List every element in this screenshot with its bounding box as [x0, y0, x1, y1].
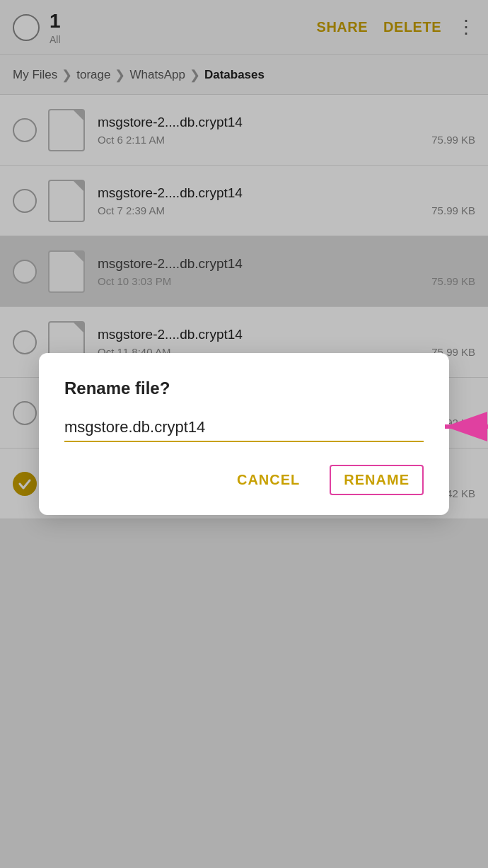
- rename-button[interactable]: RENAME: [330, 465, 424, 495]
- arrow-indicator-icon: [431, 405, 488, 448]
- cancel-button[interactable]: CANCEL: [224, 465, 313, 495]
- modal-input-wrapper: [64, 418, 424, 442]
- modal-title: Rename file?: [64, 378, 424, 398]
- modal-actions: CANCEL RENAME: [64, 465, 424, 495]
- modal-overlay: Rename file? CANCEL RENAME: [0, 0, 488, 868]
- rename-input[interactable]: [64, 418, 424, 442]
- rename-dialog: Rename file? CANCEL RENAME: [39, 353, 449, 515]
